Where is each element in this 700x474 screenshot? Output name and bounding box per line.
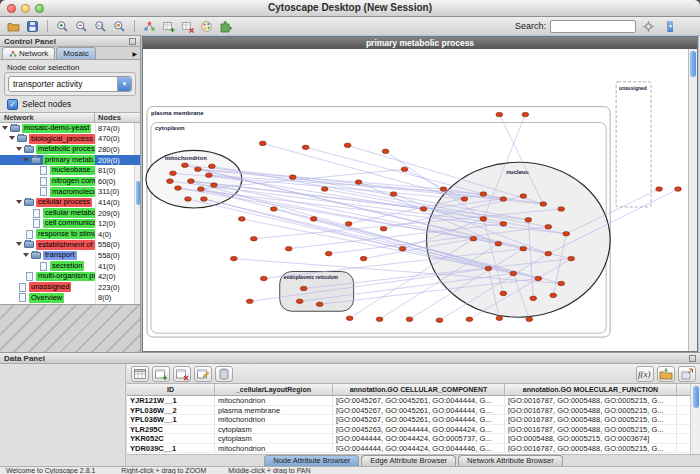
zoom-in-button[interactable] xyxy=(54,18,71,35)
tree-node-label[interactable]: cellular metabo... xyxy=(43,208,95,218)
network-node[interactable] xyxy=(259,141,266,146)
network-node[interactable] xyxy=(540,202,547,207)
tree-row-metabolic-process[interactable]: metabolic process280(0) xyxy=(0,144,140,155)
network-node[interactable] xyxy=(563,231,570,236)
network-node[interactable] xyxy=(568,256,575,261)
network-node[interactable] xyxy=(510,271,517,276)
destroy-network-view-button[interactable] xyxy=(179,18,196,35)
zoom-actual-size-button[interactable]: 1:1 xyxy=(92,18,109,35)
table-row-ydr039c-1[interactable]: YDR039C__1mitochondrion[GO:0044444, GO:0… xyxy=(127,444,700,454)
table-row-ypl036w-1[interactable]: YPL036W__1mitochondrion[GO:0045267, GO:0… xyxy=(127,415,700,425)
network-node[interactable] xyxy=(170,171,177,176)
network-scrollbar[interactable] xyxy=(688,49,697,351)
network-node[interactable] xyxy=(535,276,542,281)
network-node[interactable] xyxy=(520,194,527,199)
tree-row-nitrogen-compo[interactable]: nitrogen compo...60(0) xyxy=(0,176,140,187)
column-header-annotation-go-molecular-function[interactable]: annotation.GO MOLECULAR_FUNCTION xyxy=(505,384,677,395)
table-row-yjr121w-1[interactable]: YJR121W__1mitochondrion[GO:0045267, GO:0… xyxy=(127,396,700,406)
create-attribute-button[interactable] xyxy=(152,366,170,382)
tree-node-label[interactable]: metabolic process xyxy=(36,145,95,155)
create-network-view-button[interactable] xyxy=(160,18,177,35)
network-node[interactable] xyxy=(440,187,447,192)
network-node[interactable] xyxy=(316,302,323,307)
tree-row-nucleobase[interactable]: nucleobase...81(0) xyxy=(0,165,140,176)
chevron-down-icon[interactable]: ▼ xyxy=(117,77,131,91)
cell-annotation-go-cellular-component[interactable]: [GO:0044444, GO:0044424, GO:0005737, G..… xyxy=(333,434,505,443)
network-node[interactable] xyxy=(436,318,443,323)
tree-node-label[interactable]: primary metab... xyxy=(43,155,95,165)
scrollbar-thumb[interactable] xyxy=(690,51,696,77)
node-color-dropdown[interactable]: transporter activity ▼ xyxy=(8,76,132,92)
tree-collapse-icon[interactable] xyxy=(9,135,16,142)
network-node[interactable] xyxy=(246,299,253,304)
cell-annotation-go-molecular-function[interactable]: [GO:0005488, GO:0005215, GO:0003674] xyxy=(505,434,677,443)
network-node[interactable] xyxy=(230,256,237,261)
network-node[interactable] xyxy=(285,246,292,251)
cell-id[interactable]: YKR052C xyxy=(127,434,215,443)
tree-row-multi-organism-pro[interactable]: multi-organism pro...42(0) xyxy=(0,271,140,282)
cell-id[interactable]: YDR039C__1 xyxy=(127,444,215,453)
tree-row-cellular-metabo[interactable]: cellular metabo...209(0) xyxy=(0,208,140,219)
tree-collapse-icon[interactable] xyxy=(2,125,9,132)
network-node[interactable] xyxy=(558,207,565,212)
cell-cellularlayoutregion[interactable]: cytoplasm xyxy=(215,425,333,434)
tree-row-secretion[interactable]: secretion41(0) xyxy=(0,261,140,272)
cell-cellularlayoutregion[interactable]: mitochondrion xyxy=(215,396,333,405)
tree-column-nodes[interactable]: Nodes xyxy=(95,113,140,122)
zoom-fit-button[interactable] xyxy=(111,18,128,35)
open-session-button[interactable] xyxy=(5,18,22,35)
network-node[interactable] xyxy=(198,187,205,192)
tree-node-label[interactable]: macromolecule... xyxy=(50,187,95,197)
cell-annotation-go-cellular-component[interactable]: [GO:0045267, GO:0045261, GO:0044444, G..… xyxy=(333,396,505,405)
column-header-annotation-go-cellular-component[interactable]: annotation.GO CELLULAR_COMPONENT xyxy=(333,384,505,395)
tree-row-response-to-stimul[interactable]: response to stimul...4(0) xyxy=(0,229,140,240)
cell-id[interactable]: YPL036W__1 xyxy=(127,415,215,424)
delete-rows-button[interactable] xyxy=(215,366,233,382)
network-node[interactable] xyxy=(321,187,328,192)
tree-row-macromolecule[interactable]: macromolecule...311(0) xyxy=(0,187,140,198)
network-node[interactable] xyxy=(399,246,406,251)
tree-row-primary-metab[interactable]: primary metab...209(0) xyxy=(0,155,140,166)
network-node[interactable] xyxy=(325,251,332,256)
tree-column-network[interactable]: Network xyxy=(0,113,95,122)
tree-row-biological-process[interactable]: biological_process470(0) xyxy=(0,134,140,145)
network-node[interactable] xyxy=(289,175,296,180)
tree-collapse-icon[interactable] xyxy=(23,157,30,164)
zoom-window-button[interactable] xyxy=(35,4,44,13)
zoom-out-button[interactable] xyxy=(73,18,90,35)
network-node[interactable] xyxy=(525,218,532,223)
tree-row-transport[interactable]: transport558(0) xyxy=(0,250,140,261)
network-node[interactable] xyxy=(470,236,477,241)
tree-collapse-icon[interactable] xyxy=(23,252,30,259)
network-node[interactable] xyxy=(656,187,663,192)
network-node[interactable] xyxy=(167,179,174,184)
tree-node-label[interactable]: mosaic-demo-yeast xyxy=(22,124,91,134)
network-node[interactable] xyxy=(406,317,413,322)
network-node[interactable] xyxy=(401,167,408,172)
delete-attribute-button[interactable] xyxy=(173,366,191,382)
select-nodes-checkbox[interactable]: ✓ xyxy=(7,99,18,110)
network-node[interactable] xyxy=(522,112,529,117)
network-node[interactable] xyxy=(500,197,507,202)
scrollbar-thumb[interactable] xyxy=(693,386,699,408)
tree-node-label[interactable]: response to stimul... xyxy=(36,229,95,239)
close-button[interactable] xyxy=(7,4,16,13)
network-node[interactable] xyxy=(300,286,307,291)
vizmapper-button[interactable] xyxy=(198,18,215,35)
cell-id[interactable]: YLR295C xyxy=(127,425,215,434)
network-node[interactable] xyxy=(355,180,362,185)
select-nodes-row[interactable]: ✓ Select nodes xyxy=(0,96,140,112)
network-node[interactable] xyxy=(195,167,202,172)
network-node[interactable] xyxy=(558,281,565,286)
tab-node-attribute-browser[interactable]: Node Attribute Browser xyxy=(264,455,359,466)
tree-collapse-icon[interactable] xyxy=(16,146,23,153)
network-node[interactable] xyxy=(376,317,383,322)
cell-annotation-go-molecular-function[interactable]: [GO:0016787, GO:0005488, GO:0005215, G..… xyxy=(505,396,677,405)
select-attributes-button[interactable] xyxy=(131,366,149,382)
network-node[interactable] xyxy=(520,246,527,251)
network-node[interactable] xyxy=(530,296,537,301)
tree-node-label[interactable]: transport xyxy=(43,251,77,261)
tree-row-unassigned[interactable]: unassigned223(0) xyxy=(0,282,140,293)
network-node[interactable] xyxy=(675,187,682,192)
network-node[interactable] xyxy=(250,236,257,241)
